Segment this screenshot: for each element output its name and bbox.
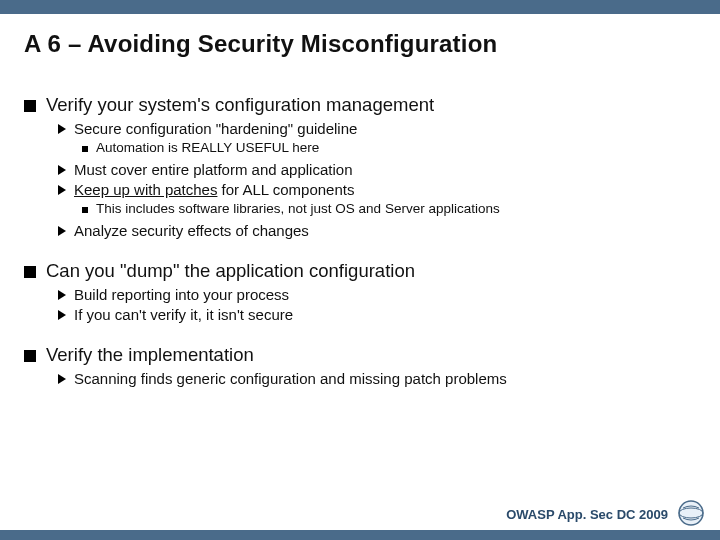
square-bullet-icon xyxy=(24,266,36,278)
bullet-text: Scanning finds generic configuration and… xyxy=(74,370,507,387)
text-suffix: for ALL components xyxy=(217,181,354,198)
bullet-text: If you can't verify it, it isn't secure xyxy=(74,306,293,323)
bullet-level2: If you can't verify it, it isn't secure xyxy=(58,306,696,323)
square-small-bullet-icon xyxy=(82,146,88,152)
bullet-level2: Build reporting into your process xyxy=(58,286,696,303)
triangle-bullet-icon xyxy=(58,290,66,300)
triangle-bullet-icon xyxy=(58,374,66,384)
bullet-level1: Verify your system's configuration manag… xyxy=(24,94,696,116)
bullet-text: Secure configuration "hardening" guideli… xyxy=(74,120,357,137)
bullet-level2: Must cover entire platform and applicati… xyxy=(58,161,696,178)
triangle-bullet-icon xyxy=(58,226,66,236)
bottom-accent-bar xyxy=(0,530,720,540)
bullet-text: Automation is REALLY USEFUL here xyxy=(96,140,319,155)
bullet-level1: Verify the implementation xyxy=(24,344,696,366)
square-small-bullet-icon xyxy=(82,207,88,213)
bullet-level2: Scanning finds generic configuration and… xyxy=(58,370,696,387)
bullet-text: Can you "dump" the application configura… xyxy=(46,260,415,282)
underlined-text: Keep up with patches xyxy=(74,181,217,198)
bullet-level2: Secure configuration "hardening" guideli… xyxy=(58,120,696,137)
bullet-text: Must cover entire platform and applicati… xyxy=(74,161,352,178)
bullet-level2: Keep up with patches for ALL components xyxy=(58,181,696,198)
top-accent-bar xyxy=(0,0,720,14)
bullet-text: Keep up with patches for ALL components xyxy=(74,181,354,198)
triangle-bullet-icon xyxy=(58,165,66,175)
bullet-level3: Automation is REALLY USEFUL here xyxy=(82,140,696,155)
bullet-text: Build reporting into your process xyxy=(74,286,289,303)
owasp-logo-icon xyxy=(678,500,704,526)
slide-title: A 6 – Avoiding Security Misconfiguration xyxy=(24,30,696,58)
triangle-bullet-icon xyxy=(58,310,66,320)
square-bullet-icon xyxy=(24,100,36,112)
bullet-level1: Can you "dump" the application configura… xyxy=(24,260,696,282)
footer-text: OWASP App. Sec DC 2009 xyxy=(506,507,668,522)
bullet-text: Analyze security effects of changes xyxy=(74,222,309,239)
bullet-text: Verify the implementation xyxy=(46,344,254,366)
bullet-text: This includes software libraries, not ju… xyxy=(96,201,500,216)
svg-point-0 xyxy=(679,501,703,525)
bullet-text: Verify your system's configuration manag… xyxy=(46,94,434,116)
bullet-level3: This includes software libraries, not ju… xyxy=(82,201,696,216)
triangle-bullet-icon xyxy=(58,124,66,134)
triangle-bullet-icon xyxy=(58,185,66,195)
bullet-level2: Analyze security effects of changes xyxy=(58,222,696,239)
square-bullet-icon xyxy=(24,350,36,362)
slide-content: A 6 – Avoiding Security Misconfiguration… xyxy=(0,14,720,387)
